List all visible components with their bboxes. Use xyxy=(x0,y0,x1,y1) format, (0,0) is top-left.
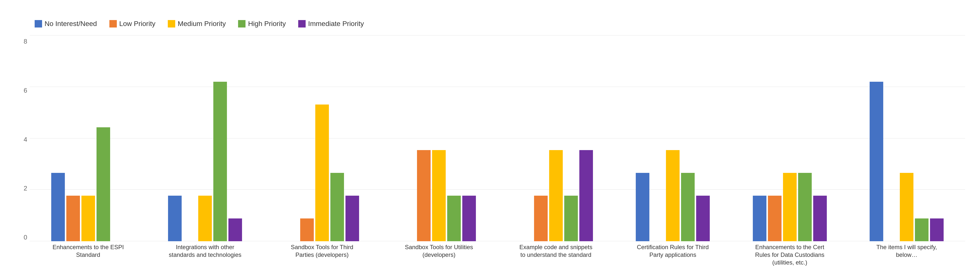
x-labels: Enhancements to the ESPIStandardIntegrat… xyxy=(30,241,965,261)
bar xyxy=(930,218,943,241)
chart-legend: No Interest/Need Low Priority Medium Pri… xyxy=(35,20,965,28)
bar xyxy=(681,173,695,241)
legend-color xyxy=(238,20,245,27)
bar xyxy=(870,82,883,241)
chart-container: No Interest/Need Low Priority Medium Pri… xyxy=(0,0,980,266)
legend-label: Immediate Priority xyxy=(308,20,364,28)
bar xyxy=(345,196,359,241)
legend-color xyxy=(35,20,42,27)
bar xyxy=(798,173,812,241)
bar xyxy=(432,150,446,241)
bar xyxy=(198,196,212,241)
y-axis-label: 0 xyxy=(24,234,27,241)
bar xyxy=(330,173,344,241)
bar xyxy=(534,196,548,241)
bar xyxy=(768,196,781,241)
y-axis-label: 6 xyxy=(24,87,27,94)
bar xyxy=(51,173,65,241)
legend-item: Immediate Priority xyxy=(298,20,364,28)
legend-label: Low Priority xyxy=(119,20,156,28)
legend-item: No Interest/Need xyxy=(35,20,97,28)
x-axis-label: Integrations with otherstandards and tec… xyxy=(147,241,264,261)
legend-item: High Priority xyxy=(238,20,286,28)
legend-label: No Interest/Need xyxy=(45,20,97,28)
bar-group xyxy=(498,150,614,241)
bar-group xyxy=(731,173,848,241)
bar xyxy=(315,105,329,241)
x-axis-label: Sandbox Tools for Utilities(developers) xyxy=(380,241,498,261)
bar xyxy=(579,150,593,241)
bar-group xyxy=(264,105,380,241)
bar-group xyxy=(848,82,966,241)
legend-color xyxy=(110,20,117,27)
bar xyxy=(417,150,431,241)
y-axis-label: 4 xyxy=(24,136,27,143)
legend-item: Medium Priority xyxy=(168,20,226,28)
bar xyxy=(168,196,181,241)
x-axis-label: Sandbox Tools for ThirdParties (develope… xyxy=(264,241,380,261)
bar xyxy=(66,196,80,241)
y-axis-label: 8 xyxy=(24,38,27,45)
bar xyxy=(900,173,913,241)
legend-label: Medium Priority xyxy=(178,20,226,28)
bar-group xyxy=(614,150,732,241)
legend-item: Low Priority xyxy=(110,20,156,28)
bar xyxy=(97,127,110,241)
bar-group xyxy=(147,82,264,241)
bar xyxy=(753,196,767,241)
x-axis-label: Certification Rules for ThirdParty appli… xyxy=(614,241,732,261)
legend-label: High Priority xyxy=(248,20,286,28)
bar-group xyxy=(380,150,498,241)
legend-color xyxy=(168,20,175,27)
x-axis-label: Enhancements to the ESPIStandard xyxy=(30,241,147,261)
bar xyxy=(915,218,929,241)
bar xyxy=(81,196,95,241)
x-axis-label: Example code and snippetsto understand t… xyxy=(498,241,614,261)
y-axis-label: 2 xyxy=(24,185,27,192)
x-axis-label: Enhancements to the CertRules for Data C… xyxy=(731,241,848,261)
bar xyxy=(666,150,679,241)
chart-plot: Enhancements to the ESPIStandardIntegrat… xyxy=(30,35,965,261)
x-axis-label: The items I will specify,below… xyxy=(848,241,966,261)
bar xyxy=(696,196,710,241)
bar xyxy=(549,150,563,241)
bar xyxy=(213,82,227,241)
bar xyxy=(564,196,578,241)
bar-group xyxy=(30,127,147,241)
bar xyxy=(783,173,797,241)
bars-area: Enhancements to the ESPIStandardIntegrat… xyxy=(30,35,965,261)
chart-area: 02468 Enhancements to the ESPIStandardIn… xyxy=(15,35,965,261)
bar xyxy=(636,173,649,241)
bar xyxy=(228,218,242,241)
bar xyxy=(462,196,476,241)
bar xyxy=(447,196,461,241)
bar xyxy=(300,218,314,241)
bar xyxy=(813,196,827,241)
legend-color xyxy=(298,20,305,27)
y-axis: 02468 xyxy=(15,35,30,261)
